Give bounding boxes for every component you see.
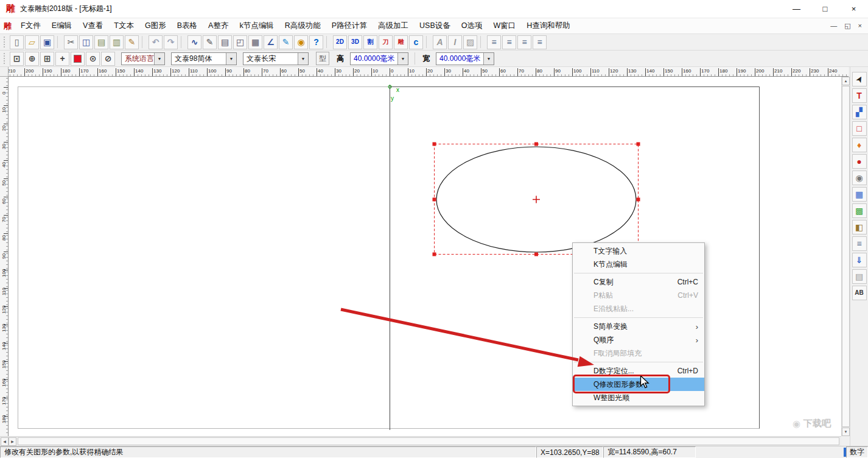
font-select[interactable]: 文泰98简体 ▼ [171,52,237,65]
menu-logo-icon[interactable]: 雕 [4,21,12,32]
menu-item-k节点编辑[interactable]: k节点编辑 [234,18,279,33]
selection-handle[interactable] [637,198,640,202]
curve-fit-icon[interactable]: ∿ [187,35,201,49]
menu-item-V查看[interactable]: V查看 [77,18,108,33]
select-tool-icon[interactable]: ➤ [852,72,867,86]
menu-item-USB设备[interactable]: USB设备 [414,18,456,33]
paste-special-icon[interactable]: ▥ [110,35,124,49]
height-select[interactable]: 40.0000毫米 ▼ [350,52,408,65]
export-tool-icon[interactable]: ⇓ [852,253,867,267]
child-close-icon[interactable]: × [858,22,862,30]
format-brush-icon[interactable]: ✎ [125,35,139,49]
toolbar-grip[interactable] [4,53,7,64]
zoom-window-icon[interactable]: ⊡ [10,52,24,66]
paste-icon[interactable]: ▤ [94,35,108,49]
pan-icon[interactable]: + [55,52,69,66]
chevron-down-icon[interactable]: ▼ [298,53,308,65]
copy-icon[interactable]: ◫ [79,35,93,49]
selection-handle[interactable] [433,253,436,256]
curve-text-tool-icon[interactable]: ▞ [852,105,867,119]
menu-item-O选项[interactable]: O选项 [456,18,488,33]
cut-icon[interactable]: ✂ [64,35,78,49]
child-restore-icon[interactable]: ◱ [844,22,850,30]
menu-item-H查询和帮助[interactable]: H查询和帮助 [521,18,576,33]
close-button[interactable]: × [839,0,868,18]
align-center-icon[interactable]: ≡ [502,35,516,49]
align-right-icon[interactable]: ≡ [517,35,531,49]
image-icon[interactable]: ▨ [463,35,477,49]
fill-color-tool-icon[interactable]: ◧ [852,220,867,234]
view-2d-icon[interactable]: 2D [333,35,347,49]
zoom-full-icon[interactable]: ⊙ [86,52,100,66]
menu-item-B表格[interactable]: B表格 [172,18,203,33]
cherry-node-icon[interactable]: ● [852,154,867,169]
palette-tool-icon[interactable]: ▩ [852,203,867,218]
context-menu-item-K节点编辑[interactable]: K节点编辑 [573,258,704,271]
chevron-down-icon[interactable]: ▼ [483,53,494,65]
italic-a-icon[interactable]: A [433,35,447,49]
scroll-right-icon[interactable]: ▶ [9,437,16,446]
fill-tool-icon[interactable]: ♦ [852,138,867,152]
menu-item-A整齐[interactable]: A整齐 [203,18,234,33]
context-menu-item-E沿线粘贴...[interactable]: E沿线粘贴... [573,302,704,315]
align-left-icon[interactable]: ≡ [487,35,501,49]
selection-handle[interactable] [534,253,538,256]
context-menu-item-W整图光顺[interactable]: W整图光顺 [573,391,704,404]
scroll-down-icon[interactable]: ▼ [842,428,850,436]
view-3d-icon[interactable]: 3D [348,35,362,49]
help-icon[interactable]: ? [309,35,323,49]
open-icon[interactable]: ▱ [25,35,39,49]
context-menu-item-P粘贴[interactable]: P粘贴Ctrl+V [573,289,704,302]
context-menu-item-S简单变换[interactable]: S简单变换› [573,320,704,333]
engrave-output-icon[interactable]: 雕 [394,35,408,49]
context-menu-item-F取消局部填充[interactable]: F取消局部填充 [573,347,704,360]
chevron-down-icon[interactable]: ▼ [226,53,236,65]
array-copy-icon[interactable]: ▦ [248,35,262,49]
selection-handle[interactable] [433,198,436,202]
ab-kerning-icon[interactable]: AB [852,286,867,300]
italic-i-icon[interactable]: I [448,35,462,49]
minimize-button[interactable]: — [782,0,811,18]
maximize-button[interactable]: □ [811,0,839,18]
pick-pen-icon[interactable]: ✎ [279,35,293,49]
undo-icon[interactable]: ↶ [149,35,163,49]
table-tool-icon[interactable]: ▦ [852,187,867,202]
width-select[interactable]: 40.0000毫米 ▼ [436,52,494,65]
context-menu-item-C复制[interactable]: C复制Ctrl+C [573,275,704,289]
node-tool-icon[interactable]: ✎ [203,35,217,49]
menu-item-W窗口[interactable]: W窗口 [488,18,521,33]
menu-item-G图形[interactable]: G图形 [139,18,172,33]
measure-icon[interactable]: ∠ [264,35,278,49]
cut-output-icon[interactable]: 割 [363,35,377,49]
language-select[interactable]: 系统语言 ▼ [121,52,165,65]
context-menu-item-Q修改图形参数[interactable]: Q修改图形参数 [573,378,704,391]
selection-handle[interactable] [433,143,436,146]
align-justify-icon[interactable]: ≡ [533,35,547,49]
zoom-object-icon[interactable]: ⊞ [40,52,54,66]
selection-handle[interactable] [637,143,640,146]
child-minimize-icon[interactable]: — [830,22,837,30]
toolbar-grip[interactable] [4,37,7,48]
scroll-up-icon[interactable]: ▲ [842,77,850,85]
horizontal-scroll-thumb[interactable] [18,437,839,445]
context-menu-item-D数字定位...[interactable]: D数字定位...Ctrl+D [573,364,704,378]
menu-item-E编辑[interactable]: E编辑 [46,18,77,33]
chevron-down-icon[interactable]: ▼ [154,53,164,65]
print-icon[interactable]: ▤ [218,35,232,49]
scroll-left-icon[interactable]: ◀ [1,437,9,446]
horizontal-scrollbar[interactable]: ◀ ▶ [0,436,841,446]
redo-icon[interactable]: ↷ [164,35,178,49]
calc-icon[interactable]: c [409,35,423,49]
simulate-icon[interactable]: ◉ [294,35,308,49]
chevron-down-icon[interactable]: ▼ [397,53,408,65]
context-menu-item-T文字输入[interactable]: T文字输入 [573,244,704,258]
page-setup-icon[interactable]: ◰ [233,35,247,49]
sheet-tool-icon[interactable]: ▤ [852,269,867,284]
menu-item-F文件[interactable]: F文件 [15,18,46,33]
context-menu-item-Q顺序[interactable]: Q顺序› [573,333,704,347]
canvas[interactable]: x y ◉ 下载吧 [9,77,841,436]
menu-item-T文本[interactable]: T文本 [108,18,139,33]
vertical-scrollbar[interactable]: ▲ ▼ [841,77,850,436]
vertical-scroll-thumb[interactable] [842,86,850,427]
pen-color-swatch[interactable] [71,52,85,66]
